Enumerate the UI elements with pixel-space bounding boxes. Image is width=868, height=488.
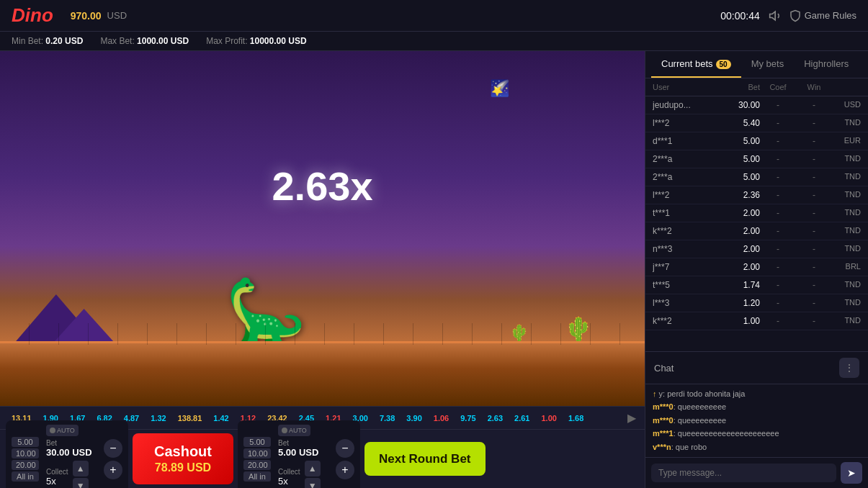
collect-down-btn-2[interactable]: ▼ [305, 478, 321, 489]
bet-panel-1: 5.00 10.00 20.00 All in AUTO [6, 420, 128, 489]
amount-20-btn-1[interactable]: 20.00 [12, 460, 39, 470]
chat-options-btn[interactable]: ⋮ [839, 358, 859, 378]
tab-current-bets[interactable]: Current bets50 [651, 51, 741, 78]
bet-coef: - [760, 316, 796, 326]
bet-user: t***1 [653, 208, 717, 218]
bets-table: User Bet Coef Win jeudupo... 30.00 - - U… [645, 78, 868, 351]
chat-header: Chat ⋮ [645, 352, 868, 384]
chat-username: m***0 [653, 416, 674, 425]
collect-down-btn-1[interactable]: ▼ [73, 478, 89, 489]
history-item[interactable]: 2.63 [485, 412, 506, 424]
meteor-icon [490, 79, 503, 92]
chat-message: ↑ y: perdi todo ahonita jaja [653, 389, 861, 399]
history-item[interactable]: 1.32 [148, 412, 169, 424]
history-item[interactable]: 9.75 [457, 412, 478, 424]
game-rules-btn[interactable]: Game Rules [805, 10, 856, 21]
chat-messages: ↑ y: perdi todo ahonita jajam***0: queee… [645, 384, 868, 457]
cashout-button[interactable]: Cashout 78.89 USD [133, 433, 233, 484]
amount-allin-btn-2[interactable]: All in [243, 471, 271, 482]
chat-input[interactable] [651, 464, 836, 482]
collect-up-btn-2[interactable]: ▲ [305, 461, 321, 476]
bet-amount: 2.00 [717, 226, 760, 236]
amount-20-btn-2[interactable]: 20.00 [243, 460, 271, 470]
bet-user: l***2 [653, 190, 717, 200]
bet-amount: 1.20 [717, 298, 760, 308]
history-item[interactable]: 1.06 [431, 412, 452, 424]
bet-user: l***2 [653, 118, 717, 128]
bet-win: - [796, 244, 832, 254]
tab-highrollers[interactable]: Highrollers [794, 51, 859, 78]
bet-coef: - [760, 100, 796, 110]
col-currency [832, 83, 861, 91]
bet-coef: - [760, 190, 796, 200]
bet-coef: - [760, 244, 796, 254]
amount-5-btn-2[interactable]: 5.00 [243, 437, 271, 447]
bet-amount: 2.00 [717, 244, 760, 254]
history-scroll-arrow[interactable]: ▶ [627, 411, 636, 425]
bet-plus-btn-1[interactable]: + [104, 461, 122, 479]
game-area: 🌵 🌵 2.63x 🦕 13.111.901.676.824.871.32138… [0, 51, 645, 488]
collect-up-btn-1[interactable]: ▲ [73, 461, 89, 476]
amount-allin-btn-1[interactable]: All in [12, 471, 39, 482]
table-row: n***3 2.00 - - TND [645, 240, 868, 258]
ground [0, 341, 645, 406]
balance-display: 970.00 [71, 10, 102, 22]
auto-toggle-2[interactable]: AUTO [278, 425, 310, 436]
bet-win: - [796, 154, 832, 164]
bet-minus-btn-1[interactable]: − [104, 439, 122, 458]
bet-coef: - [760, 118, 796, 128]
col-win: Win [796, 83, 832, 91]
table-row: 2***a 5.00 - - TND [645, 150, 868, 168]
bet-plus-btn-2[interactable]: + [336, 461, 354, 479]
history-item[interactable]: 1.42 [210, 412, 231, 424]
table-row: 2***a 5.00 - - TND [645, 168, 868, 186]
amount-10-btn-1[interactable]: 10.00 [12, 448, 39, 458]
bet-currency: TND [832, 172, 861, 182]
chat-send-button[interactable]: ➤ [841, 462, 862, 484]
bet-amount: 5.00 [717, 172, 760, 182]
bet-amount: 2.00 [717, 262, 760, 272]
history-item[interactable]: 2.61 [511, 412, 532, 424]
tab-my-bets[interactable]: My bets [741, 51, 795, 78]
svg-marker-0 [769, 12, 775, 20]
chat-section: Chat ⋮ ↑ y: perdi todo ahonita jajam***0… [645, 351, 868, 488]
bet-user: t***5 [653, 280, 717, 290]
bet-win: - [796, 208, 832, 218]
chat-username: m***0 [653, 402, 674, 411]
bet-coef: - [760, 298, 796, 308]
table-header: User Bet Coef Win [645, 78, 868, 96]
bet-coef: - [760, 208, 796, 218]
game-rules-icon [789, 9, 802, 22]
next-round-bet-button[interactable]: Next Round Bet [364, 442, 486, 476]
game-timer: 00:00:44 [720, 10, 760, 22]
bet-win: - [796, 316, 832, 326]
bet-user: jeudupo... [653, 100, 717, 110]
history-item[interactable]: 3.90 [403, 412, 424, 424]
min-bet-value: 0.20 USD [45, 36, 83, 46]
col-coef: Coef [760, 83, 796, 91]
table-row: k***2 2.00 - - TND [645, 222, 868, 240]
bet-win: - [796, 298, 832, 308]
history-item[interactable]: 1.68 [565, 412, 586, 424]
bet-win: - [796, 280, 832, 290]
bet-currency: TND [832, 208, 861, 218]
chat-text: : queeeeeeeeeeeeeeeeeeeee [674, 429, 779, 438]
auto-toggle-1[interactable]: AUTO [46, 425, 79, 436]
amount-5-btn-1[interactable]: 5.00 [12, 437, 39, 447]
collect-label-2: Collect [278, 468, 300, 476]
history-item[interactable]: 1.00 [538, 412, 559, 424]
chat-username: m***1 [653, 429, 674, 438]
chat-input-row: ➤ [645, 457, 868, 488]
volume-icon[interactable] [769, 9, 783, 23]
bet-minus-btn-2[interactable]: − [336, 439, 354, 458]
bet-user: k***2 [653, 226, 717, 236]
bet-amount: 30.00 [717, 100, 760, 110]
bet-coef: - [760, 154, 796, 164]
history-item[interactable]: 138.81 [175, 412, 205, 424]
amount-10-btn-2[interactable]: 10.00 [243, 448, 271, 458]
chat-message: m***0: queeeeeeeee [653, 402, 861, 412]
history-item[interactable]: 7.38 [377, 412, 398, 424]
bet-win: - [796, 226, 832, 236]
bet-amount: 1.74 [717, 280, 760, 290]
bet-user: l***3 [653, 298, 717, 308]
